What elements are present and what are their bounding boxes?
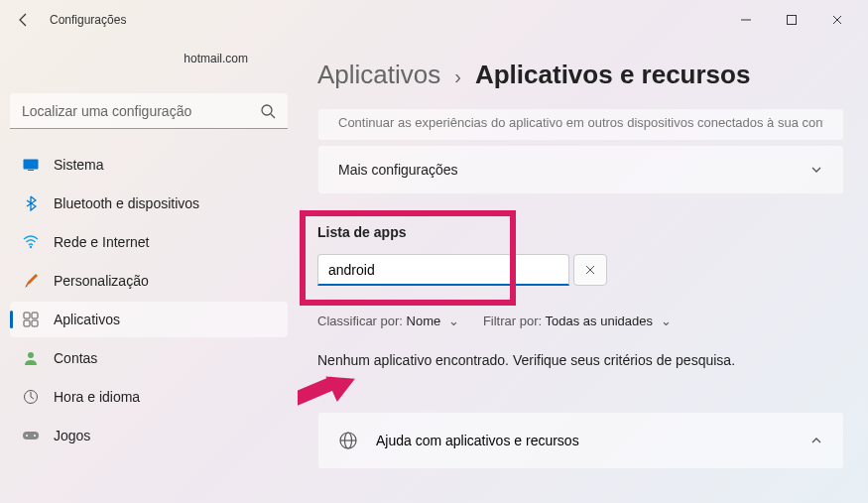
sidebar-item-contas[interactable]: Contas [10,340,288,376]
svg-point-2 [262,105,272,115]
app-list-search-input[interactable] [317,254,569,286]
svg-point-15 [34,435,36,437]
svg-rect-5 [28,170,34,171]
svg-rect-7 [24,313,30,318]
page-title: Aplicativos e recursos [475,60,750,90]
svg-rect-1 [788,16,797,25]
back-button[interactable] [8,4,40,36]
sidebar-item-hora[interactable]: Hora e idioma [10,379,288,415]
svg-rect-9 [24,320,30,326]
card-subtitle: Continuar as experiências do aplicativo … [338,115,823,130]
card-shared-experiences[interactable]: Continuar as experiências do aplicativo … [317,108,844,141]
svg-line-3 [271,114,275,118]
chevron-right-icon: › [454,65,461,88]
no-results-message: Nenhum aplicativo encontrado. Verifique … [317,352,844,368]
filter-dropdown[interactable]: Filtrar por: Todas as unidades ⌄ [483,314,672,328]
window-title: Configurações [50,13,126,27]
sidebar-item-label: Sistema [54,157,104,173]
sidebar-item-label: Contas [54,350,97,366]
sidebar-item-bluetooth[interactable]: Bluetooth e dispositivos [10,186,288,221]
sidebar-item-label: Aplicativos [54,312,120,327]
svg-rect-10 [32,320,38,326]
sidebar-item-label: Jogos [54,428,90,443]
gamepad-icon [22,427,40,444]
sidebar-item-label: Hora e idioma [54,389,140,405]
sidebar-item-aplicativos[interactable]: Aplicativos [10,302,288,337]
search-icon [260,103,276,119]
sidebar-item-label: Rede e Internet [54,234,150,250]
close-icon [585,265,595,275]
chevron-up-icon [809,434,823,447]
svg-rect-13 [23,432,39,440]
globe-icon [338,431,358,450]
clear-search-button[interactable] [573,254,607,286]
chevron-down-icon [809,163,823,177]
help-title: Ajuda com aplicativos e recursos [376,433,792,448]
svg-point-6 [30,246,32,248]
display-icon [22,156,40,174]
minimize-button[interactable] [723,4,769,36]
card-title: Mais configurações [338,162,458,178]
paintbrush-icon [22,272,40,290]
app-list-title: Lista de apps [317,224,844,240]
sidebar-item-personalizacao[interactable]: Personalização [10,263,288,299]
card-help[interactable]: Ajuda com aplicativos e recursos [317,412,844,469]
svg-rect-4 [24,160,39,170]
settings-search-input[interactable] [10,93,288,129]
sidebar-item-sistema[interactable]: Sistema [10,147,288,183]
card-more-settings[interactable]: Mais configurações [317,145,844,194]
chevron-down-icon: ⌄ [661,314,672,328]
sidebar-item-jogos[interactable]: Jogos [10,418,288,453]
sidebar-item-rede[interactable]: Rede e Internet [10,224,288,260]
wifi-icon [22,233,40,251]
clock-globe-icon [22,388,40,406]
sort-label: Classificar por: [317,314,403,328]
sidebar-item-label: Bluetooth e dispositivos [54,195,199,211]
breadcrumb: Aplicativos › Aplicativos e recursos [317,60,844,90]
sidebar-item-label: Personalização [54,273,149,289]
close-button[interactable] [814,4,860,36]
breadcrumb-parent[interactable]: Aplicativos [317,60,440,90]
sort-value: Nome [407,314,441,328]
sort-dropdown[interactable]: Classificar por: Nome ⌄ [317,314,459,328]
svg-point-11 [28,352,34,358]
filter-value: Todas as unidades [546,314,653,328]
maximize-button[interactable] [769,4,814,36]
apps-icon [22,311,40,328]
account-email: hotmail.com [10,40,288,93]
person-icon [22,349,40,367]
svg-rect-8 [32,313,38,318]
filter-label: Filtrar por: [483,314,542,328]
bluetooth-icon [22,194,40,212]
chevron-down-icon: ⌄ [448,314,459,328]
svg-point-14 [26,435,28,437]
